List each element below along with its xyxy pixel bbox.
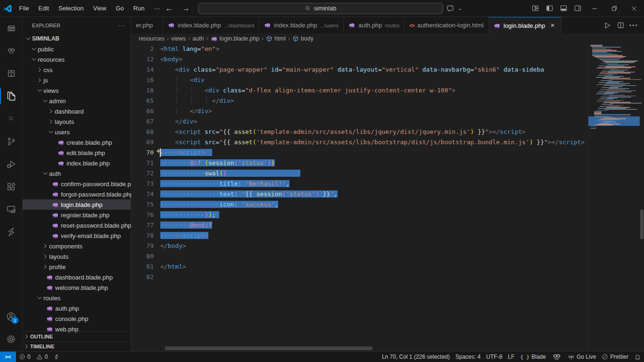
activity-monkey-icon[interactable] [0,40,22,62]
split-editor-icon[interactable] [614,19,627,32]
tree-folder-js[interactable]: js [23,75,131,85]
tab-auth.php[interactable]: auth.phproutes [344,17,405,33]
problems-warnings[interactable]: 0 [33,352,51,362]
activity-container-icon[interactable] [0,17,22,40]
code-line[interactable]: 78····</script> [131,230,588,241]
layout-sidebar-icon[interactable] [542,2,556,15]
tree-file-console.php[interactable]: console.php [23,313,131,324]
activity-extensions-icon[interactable] [0,175,22,198]
tab-login.blade.php[interactable]: login.blade.php✕ [489,17,561,33]
horizontal-scrollbar[interactable] [165,346,372,350]
more-actions-icon[interactable]: ··· [627,19,640,32]
tree-folder-dashboard[interactable]: dashboard [23,106,131,116]
code-line[interactable]: 66 │ </div> [131,106,588,116]
menu-run[interactable]: Run [130,3,149,14]
tree-folder-css[interactable]: css [23,65,131,75]
tree-folder-auth[interactable]: auth [23,168,131,179]
tree-file-reset-password.blade.php[interactable]: reset-password.blade.php [23,220,131,230]
run-icon[interactable] [601,19,614,32]
explorer-more-actions-icon[interactable]: ··· [118,23,125,28]
tree-file-index.blade.php[interactable]: index.blade.php [23,158,131,168]
back-arrow-icon[interactable]: ← [164,4,174,13]
code-line[interactable]: 65 │ │ │ </div> [131,96,588,106]
activity-s-logo-icon[interactable] [0,221,22,243]
activity-explorer-files-icon[interactable] [0,85,22,107]
problems-errors[interactable]: 0 [16,352,33,362]
tree-folder-resources[interactable]: resources [23,54,131,65]
code-line[interactable]: 79</body> [131,241,588,251]
code-line[interactable]: 75················icon: 'success', [131,199,588,210]
activity-run-debug-icon[interactable] [0,153,22,175]
tree-folder-layouts[interactable]: layouts [23,251,131,262]
tab-authentication-login.html[interactable]: <>authentication-login.html [405,17,489,33]
minimap[interactable] [588,44,640,351]
cursor-position[interactable]: Ln 70, Col 1 (226 selected) [379,352,453,362]
notifications[interactable] [631,352,644,362]
menu-go[interactable]: Go [112,3,127,14]
section-timeline[interactable]: TIMELINE [23,341,131,351]
breadcrumb-views[interactable]: views [171,35,186,42]
tree-file-edit.blade.php[interactable]: edit.blade.php [23,148,131,158]
tree-folder-components[interactable]: components [23,241,131,251]
restore-icon[interactable] [604,0,624,16]
code-line[interactable]: 77········@endif [131,220,588,230]
code-editor[interactable]: 2<html lang="en">12<body>14 <div class="… [131,44,644,351]
code-line[interactable]: 12<body> [131,54,588,65]
vertical-scrollbar[interactable] [640,210,644,239]
tree-file-dashboard.blade.php[interactable]: dashboard.blade.php [23,272,131,282]
breadcrumb-resources[interactable]: resources [139,35,165,42]
breadcrumb-auth[interactable]: auth [192,35,204,42]
tree-file-forgot-password.blade.php[interactable]: forgot-password.blade.php [23,189,131,199]
code-line[interactable]: 81</html> [131,262,588,272]
tree-folder-layouts[interactable]: layouts [23,116,131,127]
close-icon[interactable] [624,0,644,16]
code-line[interactable]: 74················text: '{{ session('sta… [131,189,588,199]
activity-settings-gear-icon[interactable] [0,328,22,350]
command-center-search[interactable]: siminlab [198,3,443,14]
indentation[interactable]: Spaces: 4 [453,352,483,362]
go-live[interactable]: Go Live [565,352,599,362]
code-line[interactable]: 73················title: 'Berhasil!', [131,179,588,189]
encoding[interactable]: UTF-8 [483,352,505,362]
layout-customize-icon[interactable] [528,2,542,15]
tree-folder-views[interactable]: views [23,85,131,96]
menu-edit[interactable]: Edit [35,3,53,14]
tree-file-login.blade.php[interactable]: login.blade.php [23,199,131,210]
tree-folder-routes[interactable]: routes [23,293,131,303]
remote-indicator[interactable]: >< [0,352,16,362]
code-line[interactable]: 71········@if (session('status')) [131,158,588,168]
tree-folder-profile[interactable]: profile [23,262,131,272]
activity-account-icon[interactable]: 1 [0,305,22,328]
tab-index.blade.php[interactable]: index.blade.php...\dashboard [163,17,259,33]
menu-view[interactable]: View [89,3,110,14]
thunder-item[interactable] [50,352,63,362]
language-mode[interactable]: { }Blade [517,352,549,362]
minimize-icon[interactable] [585,0,604,16]
copilot-button[interactable]: ⌄ [443,2,462,15]
tree-folder-admin[interactable]: admin [23,96,131,106]
close-tab-icon[interactable]: ✕ [549,22,556,29]
code-line[interactable]: 14 <div class="page-wrapper" id="main-wr… [131,65,588,75]
code-line[interactable]: 68 <script src="{{ asset('template-admin… [131,127,588,137]
eol[interactable]: LF [505,352,517,362]
section-outline[interactable]: OUTLINE [23,331,131,341]
code-line[interactable]: 72············swal({ [131,168,588,179]
code-line[interactable]: 16 │ <div [131,75,588,85]
forward-arrow-icon[interactable]: → [181,4,191,13]
code-line[interactable]: 67 </div> [131,116,588,127]
breadcrumb-login.blade.php[interactable]: login.blade.php [211,35,260,42]
tab-er.php[interactable]: er.php [131,17,163,33]
layout-secondary-icon[interactable] [570,2,585,15]
copilot-sparkle-icon[interactable] [156,148,163,156]
activity-book-icon[interactable] [0,62,22,85]
tree-file-register.blade.php[interactable]: register.blade.php [23,210,131,220]
breadcrumb-html[interactable]: html [266,35,286,42]
tree-file-verify-email.blade.php[interactable]: verify-email.blade.php [23,230,131,241]
menu-file[interactable]: File [16,3,33,14]
activity-remote-explorer-icon[interactable] [0,198,22,221]
code-line[interactable]: 80 [131,251,588,262]
tree-folder-public[interactable]: public [23,44,131,54]
monkey-status[interactable] [549,352,565,362]
activity-source-control-icon[interactable] [0,130,22,153]
code-line[interactable]: 70····<script> [131,148,588,158]
